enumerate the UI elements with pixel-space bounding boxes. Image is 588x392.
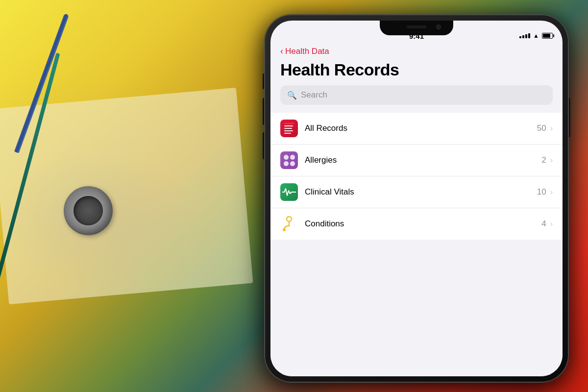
stethoscope-inner [74,196,103,225]
battery-icon [542,33,553,39]
dot-2 [290,155,295,160]
all-records-label: All Records [305,123,537,133]
all-records-icon [280,120,298,137]
clinical-vitals-chevron: › [550,188,553,196]
notch [380,21,453,35]
notch-camera [436,24,441,29]
search-placeholder: Search [301,90,327,100]
power-button [568,98,570,137]
conditions-label: Conditions [305,219,541,229]
conditions-count: 4 [541,219,546,229]
rec-line-4 [284,133,291,134]
page-title: Health Records [270,58,563,85]
nav-bar: ‹ Health Data [270,42,563,58]
back-button[interactable]: ‹ Health Data [280,46,553,56]
dot-3 [284,161,289,166]
vitals-icon [280,183,298,201]
signal-bar-1 [519,36,521,38]
notch-speaker [407,25,426,28]
list-item-allergies[interactable]: Allergies 2 › [270,145,563,176]
search-bar[interactable]: 🔍 Search [280,85,553,105]
signal-bar-3 [525,34,527,38]
records-lines [282,121,296,136]
wifi-icon: ▲ [533,32,539,39]
conditions-icon [280,215,298,233]
rec-line-3 [284,130,293,131]
list-item-conditions[interactable]: Conditions 4 › [270,208,563,240]
list-item-clinical-vitals[interactable]: Clinical Vitals 10 › [270,176,563,208]
allergies-chevron: › [550,156,553,165]
dot-4 [290,161,295,166]
all-records-chevron: › [550,124,553,133]
svg-point-2 [283,228,286,231]
back-label: Health Data [285,47,329,56]
list-item-all-records[interactable]: All Records 50 › [270,113,563,145]
conditions-svg [281,215,297,233]
records-list: All Records 50 › [270,113,563,240]
rec-line-2 [284,128,292,129]
signal-bar-2 [522,35,524,38]
app-content: ‹ Health Data Health Records 🔍 Search [270,42,563,376]
conditions-chevron: › [550,220,553,228]
allergies-count: 2 [541,155,546,165]
dot-1 [284,155,289,160]
status-icons: ▲ [519,32,553,39]
back-chevron-icon: ‹ [280,46,283,56]
ecg-svg [282,187,296,197]
signal-bars [519,33,530,38]
rec-line-red [284,123,294,124]
search-icon: 🔍 [287,91,297,100]
clinical-vitals-count: 10 [537,187,546,197]
signal-bar-4 [528,33,530,38]
allergies-icon [280,151,298,169]
phone-screen: 9:41 ▲ [270,21,563,376]
allergy-dots [281,152,297,169]
svg-point-0 [287,217,292,221]
phone-frame: 9:41 ▲ [265,15,568,382]
phone-container: 9:41 ▲ [265,15,568,382]
clinical-vitals-label: Clinical Vitals [305,187,537,197]
rec-line-1 [284,125,293,126]
battery-fill [543,34,550,38]
allergies-label: Allergies [305,155,541,165]
all-records-count: 50 [537,123,546,133]
